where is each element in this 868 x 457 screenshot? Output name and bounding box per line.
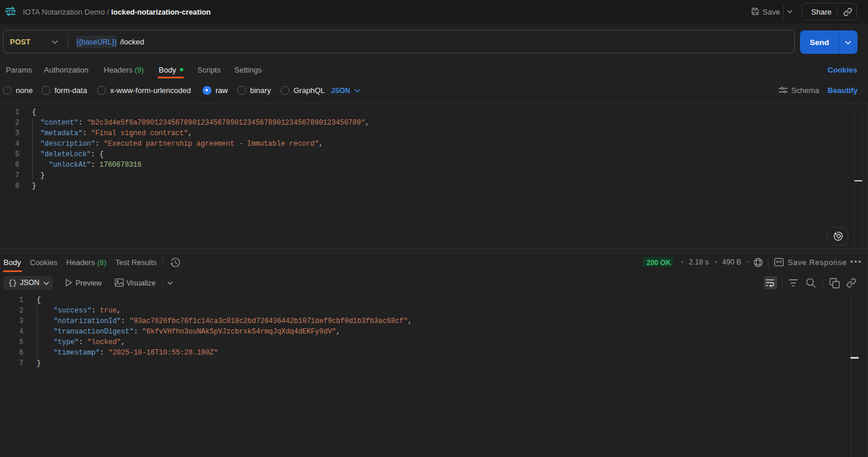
svg-text:HTTP: HTTP bbox=[5, 9, 16, 14]
